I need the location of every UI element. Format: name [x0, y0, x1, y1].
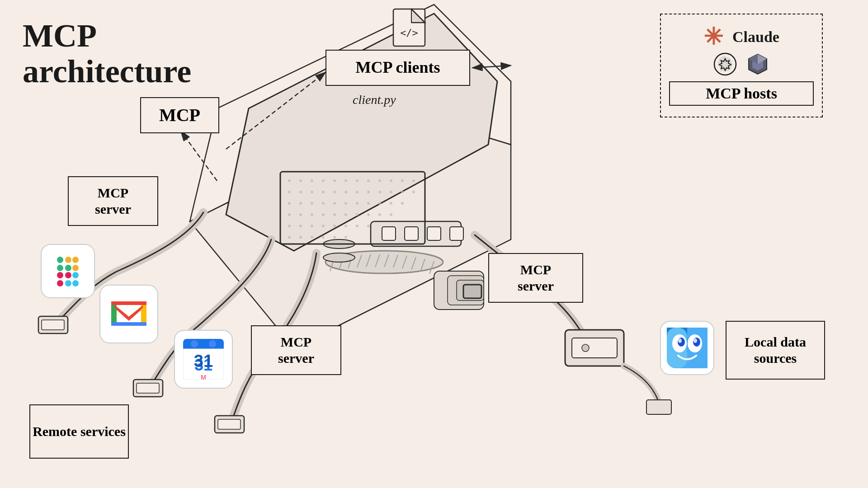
obsidian-logo-icon [746, 52, 769, 76]
mcp-hosts-box: ✳ Claude MCP hosts [660, 14, 823, 117]
mcp-hosts-label-box: MCP hosts [669, 81, 814, 106]
slack-icon [41, 244, 95, 298]
local-data-box: Local data sources [726, 321, 825, 380]
page-title: MCP architecture [23, 18, 191, 89]
svg-point-150 [693, 338, 697, 343]
svg-rect-112 [72, 265, 79, 271]
svg-text:M: M [201, 374, 206, 380]
client-py-label: client.py [353, 93, 396, 107]
claude-label: Claude [732, 28, 779, 46]
svg-rect-109 [57, 265, 63, 271]
gmail-icon [99, 285, 158, 343]
finder-icon [660, 321, 714, 375]
remote-services-box: Remote services [29, 404, 129, 459]
openai-logo-icon [713, 52, 737, 76]
svg-point-149 [678, 338, 682, 343]
svg-rect-117 [72, 272, 79, 278]
claude-asterisk-icon: ✳ [703, 25, 723, 49]
svg-rect-119 [72, 280, 79, 286]
mcp-server-2-box: MCPserver [488, 253, 583, 303]
svg-rect-113 [65, 257, 71, 263]
mcp-clients-box: MCP clients [326, 50, 470, 86]
svg-point-135 [191, 340, 198, 347]
svg-rect-114 [57, 272, 63, 278]
mcp-box: MCP [140, 97, 219, 133]
gcal-icon: 31 M 31 [174, 330, 233, 389]
svg-rect-116 [57, 280, 63, 286]
svg-rect-115 [65, 272, 71, 278]
svg-text:31: 31 [194, 352, 213, 371]
mcp-server-1-box: MCPserver [68, 176, 158, 226]
svg-rect-118 [65, 280, 71, 286]
svg-rect-108 [57, 257, 63, 263]
svg-rect-130 [183, 345, 224, 349]
svg-rect-110 [65, 265, 71, 271]
svg-rect-111 [72, 257, 79, 263]
svg-point-136 [209, 340, 216, 347]
mcp-server-3-box: MCPserver [251, 325, 341, 375]
